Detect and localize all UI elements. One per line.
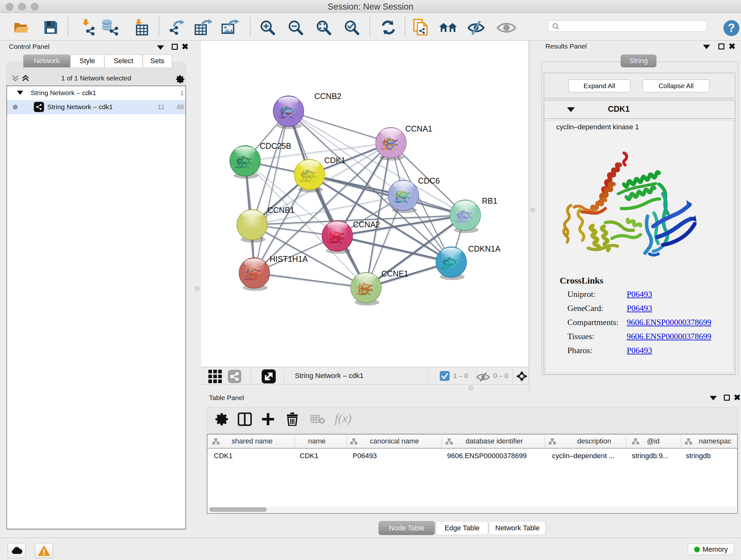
svg-text:CCNA2: CCNA2 (353, 220, 380, 229)
svg-text:CCNB1: CCNB1 (267, 206, 294, 214)
svg-text:CCNE1: CCNE1 (381, 269, 408, 278)
svg-text:CDK1: CDK1 (324, 156, 346, 165)
svg-text:CDC25B: CDC25B (260, 141, 291, 150)
svg-text:CDC6: CDC6 (418, 176, 440, 185)
svg-text:?: ? (728, 21, 735, 35)
svg-text:HIST1H1A: HIST1H1A (270, 254, 308, 263)
svg-text:RB1: RB1 (482, 196, 497, 205)
svg-text:CCNA1: CCNA1 (405, 124, 432, 133)
svg-text:CDKN1A: CDKN1A (468, 244, 501, 253)
svg-text:CCNB2: CCNB2 (314, 91, 341, 101)
